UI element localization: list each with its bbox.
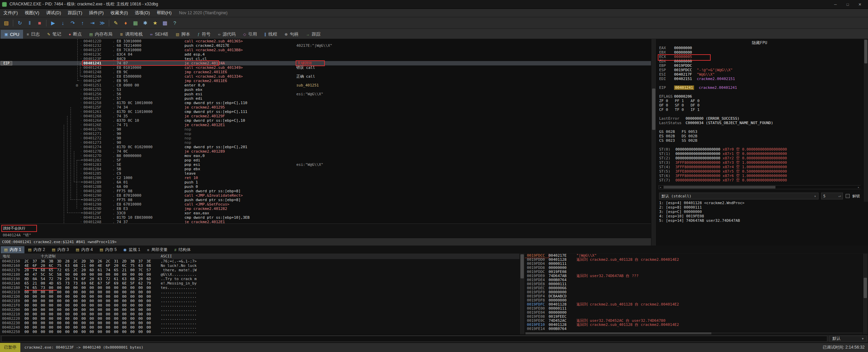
calculator-icon[interactable]: ▩ — [160, 19, 170, 27]
register-row[interactable]: CS 0023 SS 002B — [656, 138, 863, 143]
registers-scrollbar[interactable] — [863, 39, 868, 202]
stack-row[interactable]: 0019FDFC00401128返回到 crackme2.sub_401128 … — [525, 302, 863, 307]
disasm-row[interactable]: ·00401248.EB 9Cjmp crackme2.4011E6 — [0, 70, 651, 74]
dump-row[interactable]: 004021B074657300000000000000000000000000… — [0, 286, 519, 290]
tab-threads[interactable]: ∥线程 — [261, 30, 281, 39]
stack-scrollbar[interactable] — [863, 254, 868, 334]
scrollbar-thumb[interactable] — [652, 89, 655, 130]
register-row[interactable]: GS 002B FS 0053 — [656, 130, 863, 134]
dump-pane[interactable]: 地址 十六进制 ASCII 004021502C37363B3D282C2D3D… — [0, 254, 519, 334]
disasm-row[interactable]: ·0040129F.33C0xor eax,eax — [0, 211, 651, 215]
stack-row[interactable]: 0019FDDC0019FE08 — [525, 270, 863, 274]
menu-item[interactable]: 帮助(H) — [153, 9, 175, 17]
trace-coverage-icon[interactable]: ♦ — [121, 19, 130, 27]
register-row[interactable]: ECX00000005 — [656, 55, 863, 59]
disasm-row[interactable]: ·00401272.90nop — [0, 136, 651, 140]
disasm-row[interactable]: ·00401290.E8 87010000call <JMP.&Invalida… — [0, 193, 651, 198]
tab-dump4[interactable]: ▤内存 4 — [72, 246, 96, 253]
disasm-row[interactable]: ·00401289.6A 01push 1 — [0, 180, 651, 184]
disasm-row[interactable]: ·00401256.56push esiesi:"W@G\\X" — [0, 92, 651, 96]
dump-row[interactable]: 004021604E6F206C75636B21004E6F206C75636B… — [0, 263, 519, 268]
tab-breakpoints[interactable]: ●断点 — [65, 30, 86, 39]
tab-dump3[interactable]: ▤内存 3 — [48, 246, 72, 253]
register-row[interactable]: EBX00000000 — [656, 50, 863, 55]
dump-row[interactable]: 0040223000000000000000000000000000000000… — [0, 321, 519, 325]
disasm-row[interactable]: ·0040122D.E8 33010000call <crackme2.sub_… — [0, 39, 651, 43]
argument-count-spinner[interactable]: 5 ▴▾ — [821, 193, 843, 199]
menu-item[interactable]: 跟踪(T) — [64, 9, 86, 17]
register-row[interactable]: OF 0 SF 0 DF 0 — [656, 103, 863, 107]
tab-struct[interactable]: #结构体 — [171, 246, 194, 253]
disasm-row[interactable]: ·⊟00401251.C8 0000 00enter 0,0sub_401251 — [0, 83, 651, 87]
register-row[interactable]: EDI00402151crackme2.00402151 — [656, 77, 863, 81]
call-argument-row[interactable]: 1: [esp+4] 00401128 <crackme2.WndProc> — [656, 201, 863, 205]
favorites-icon[interactable]: ★ — [151, 19, 160, 27]
menu-item[interactable]: 选项(O) — [131, 9, 153, 17]
tab-notes[interactable]: ✎笔记 — [43, 30, 65, 39]
menu-item[interactable]: 视图(V) — [21, 9, 43, 17]
collapse-icon[interactable]: ⊟ — [76, 83, 78, 87]
disasm-row[interactable]: ·00401243.E8 01010000call <crackme2.sub_… — [0, 65, 651, 70]
pause-icon[interactable]: ‖ — [25, 19, 34, 27]
dump-row[interactable]: 0040224000000000000000000000000000000000… — [0, 325, 519, 330]
fpu-horizontal-scrollbar[interactable]: ◂ ▸ — [658, 185, 861, 189]
disasm-row[interactable]: ·0040123F.84C9test cl,cl — [0, 57, 651, 61]
stack-row[interactable]: 0019FDD000401128返回到 crackme2.sub_401128 … — [525, 258, 863, 262]
menu-item[interactable]: 收藏夹(I) — [107, 9, 131, 17]
dump-row[interactable]: 004021A06521004D657373696E675F696E5F6279… — [0, 281, 519, 286]
disasm-row[interactable]: ·00401286.C2 1000ret 10 — [0, 176, 651, 180]
scrollbar-thumb[interactable] — [864, 40, 867, 63]
menu-item[interactable]: 插件(P) — [86, 9, 107, 17]
tab-seh[interactable]: ∞SEH链 — [146, 30, 172, 39]
tab-source[interactable]: ‹›源代码 — [214, 30, 239, 39]
disasm-row[interactable]: ·0040128D.FF75 08push dword ptr ss:[ebp+… — [0, 189, 651, 193]
stack-row[interactable]: 0019FDF4DCBAABCD — [525, 294, 863, 298]
step-over-icon[interactable]: ↷ — [68, 19, 77, 27]
scrollbar-thumb[interactable] — [520, 254, 524, 278]
call-argument-row[interactable]: 5: [esp+14] 74D647AB user32.74D647AB — [656, 218, 863, 223]
disasm-row[interactable]: ·00401258.817D 0C 10010000cmp dword ptr … — [0, 101, 651, 105]
register-row[interactable]: ES 002B DS 002B — [656, 134, 863, 138]
dump-row[interactable]: 004021D000000000000000000000000000000000… — [0, 294, 519, 299]
stack-row[interactable]: 0019FDEC00000066 — [525, 286, 863, 290]
close-button[interactable]: ✕ — [854, 0, 866, 8]
disasm-row[interactable]: ·00401237.E8 7C010000call <crackme2.sub_… — [0, 48, 651, 52]
stack-row[interactable]: 0019FE0400000000 — [525, 311, 863, 315]
dump-row[interactable]: 004021702074686572652C206D61746521007C57… — [0, 268, 519, 272]
disassembly-view[interactable]: ·0040122D.E8 33010000call <crackme2.sub_… — [0, 39, 651, 223]
patch-icon[interactable]: ✎ — [111, 19, 120, 27]
disasm-row[interactable]: ·00401257.57push edi — [0, 96, 651, 101]
scrollbar-thumb[interactable] — [526, 332, 711, 334]
tab-log[interactable]: ≡日志 — [23, 30, 43, 39]
disasm-row[interactable]: ·00401285.C9leave — [0, 171, 651, 176]
disasm-row[interactable]: ·00401284.5Bpop ebx — [0, 167, 651, 171]
step-out-icon[interactable]: ↑ — [78, 19, 87, 27]
register-row[interactable]: EIP00401241crackme2.00401241 — [656, 85, 863, 90]
menu-item[interactable]: 调试(D) — [43, 9, 64, 17]
stack-row[interactable]: 0019FE0C74D452AC返回到 user32.74D452AC 自 us… — [525, 319, 863, 323]
dump-row[interactable]: 0040222000000000000000000000000000000000… — [0, 316, 519, 321]
hide-fpu-button[interactable]: 隐藏FPU — [752, 40, 767, 45]
dump-row[interactable]: 0040218040475C5C580000000000000000000000… — [0, 272, 519, 277]
dump-row[interactable]: 004021E000000000000000000000000000000000… — [0, 299, 519, 303]
register-row[interactable]: EFLAGS00000206 — [656, 94, 863, 99]
disasm-row[interactable]: ·0040126E.74 71je crackme2.4012E1 — [0, 123, 651, 127]
stack-row[interactable]: 0019FDE4000B0764 — [525, 278, 863, 282]
register-row[interactable]: ST(7)00000000000000000000 x87r7 空 0.0000… — [656, 178, 863, 182]
dump-row[interactable]: 004021502C37363B3D282C2D3D262C312D3B373E… — [0, 259, 519, 263]
step-into-icon[interactable]: ↓ — [58, 19, 67, 27]
disasm-row[interactable]: ·004012A1.817D 10 EB030000cmp dword ptr … — [0, 215, 651, 220]
tab-call-stack[interactable]: ≣调用堆栈 — [116, 30, 146, 39]
unlock-checkbox[interactable] — [846, 194, 850, 198]
tab-dump5[interactable]: ▤内存 5 — [96, 246, 120, 253]
disasm-row[interactable]: ·00401273.90nop — [0, 140, 651, 145]
stack-row[interactable]: 0019FE0000000111 — [525, 307, 863, 311]
minimize-button[interactable]: ─ — [829, 0, 842, 8]
disasm-row[interactable]: ·00401270.90nop — [0, 127, 651, 132]
disasm-row[interactable]: ·00401241.74 07je crackme2.40124A关键跳转 — [0, 61, 651, 65]
maximize-button[interactable]: □ — [842, 0, 854, 8]
stack-row[interactable]: 0019FDD400000111 — [525, 262, 863, 266]
register-row[interactable]: EAX00000000 — [656, 46, 863, 50]
tab-trace[interactable]: →跟踪 — [302, 30, 324, 39]
help-icon[interactable]: ? — [170, 19, 179, 27]
